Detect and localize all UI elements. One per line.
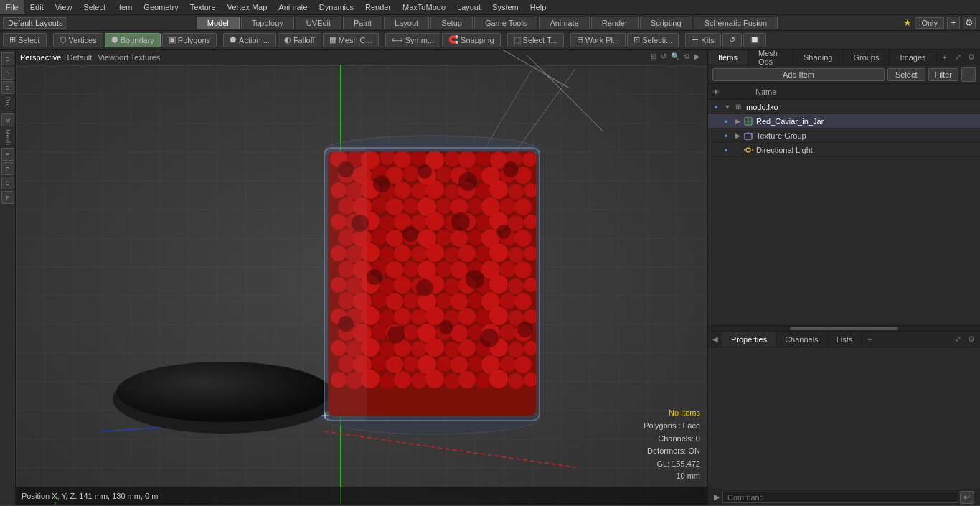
layout-dropdown[interactable]: Default Layouts [3, 17, 67, 29]
sidebar-tool-4[interactable]: M [1, 113, 14, 126]
tool-symm[interactable]: ⟺ Symm... [385, 33, 440, 47]
item-row-directional-light[interactable]: ● ▶ Directional Light [708, 143, 980, 157]
expand-toggle-texture[interactable]: ▶ [732, 132, 743, 139]
viewport[interactable]: Perspective Default Viewport Textures ⊞ … [16, 50, 707, 505]
menu-file[interactable]: File [0, 0, 24, 14]
tool-vertices[interactable]: ⬡ Vertices [53, 33, 103, 47]
add-tab-button[interactable]: + [947, 17, 960, 29]
viewport-content[interactable]: X Y Z No Items Po [16, 65, 707, 505]
rp-expand-btn[interactable]: ⤢ [953, 52, 963, 62]
vp-btn-frame[interactable]: ⊞ [651, 52, 656, 60]
menu-help[interactable]: Help [524, 0, 552, 14]
menu-view[interactable]: View [50, 0, 78, 14]
props-tab-channels[interactable]: Channels [776, 332, 827, 347]
sidebar-tool-3[interactable]: D [1, 81, 14, 94]
command-input[interactable] [722, 492, 958, 503]
props-tab-lists[interactable]: Lists [828, 332, 862, 347]
item-row-modo-lxo[interactable]: ● ▼ ⊞ modo.lxo [708, 100, 980, 114]
svg-point-202 [458, 172, 477, 191]
vis-toggle-light[interactable]: ● [720, 146, 732, 154]
vp-label-textures[interactable]: Viewport Textures [98, 53, 160, 62]
vis-toggle-modo[interactable]: ● [710, 103, 722, 111]
rp-settings-btn[interactable]: ⚙ [966, 52, 977, 62]
vp-btn-zoom[interactable]: 🔍 [671, 52, 679, 60]
vp-btn-more[interactable]: ▶ [694, 52, 700, 60]
tab-uvedit[interactable]: UVEdit [296, 17, 341, 29]
tab-schematic-fusion[interactable]: Schematic Fusion [694, 17, 778, 29]
expand-toggle-modo[interactable]: ▼ [722, 103, 732, 111]
tool-polygons[interactable]: ▣ Polygons [162, 33, 217, 47]
vp-btn-rotate[interactable]: ↺ [661, 52, 666, 60]
sidebar-tool-7[interactable]: C [1, 177, 14, 189]
items-filter-button[interactable]: Filter [928, 68, 958, 81]
tool-view[interactable]: 🔲 [743, 33, 766, 47]
tool-action[interactable]: ⬟ Action ... [223, 33, 276, 47]
rp-tab-groups[interactable]: Groups [843, 50, 890, 65]
expand-toggle-caviar[interactable]: ▶ [732, 118, 743, 125]
tab-setup[interactable]: Setup [430, 17, 473, 29]
add-item-button[interactable]: Add Item [712, 68, 885, 81]
tool-kits[interactable]: ☰ Kits [685, 33, 720, 47]
tool-falloff[interactable]: ◐ Falloff [278, 33, 321, 47]
props-expand-icon[interactable]: ◀ [708, 335, 722, 343]
tool-selecti[interactable]: ⊡ Selecti... [627, 33, 679, 47]
sidebar-tool-1[interactable]: D [1, 52, 14, 65]
props-settings-btn[interactable]: ⚙ [966, 334, 977, 344]
menu-texture[interactable]: Texture [184, 0, 222, 14]
vp-btn-settings[interactable]: ⚙ [684, 52, 690, 60]
rp-add-tab[interactable]: + [937, 53, 953, 62]
tool-boundary[interactable]: ⬢ Boundary [105, 33, 161, 47]
rp-tab-images[interactable]: Images [890, 50, 936, 65]
item-row-texture-group[interactable]: ● ▶ Texture Group [708, 128, 980, 143]
menu-edit[interactable]: Edit [24, 0, 50, 14]
rp-tab-shading[interactable]: Shading [793, 50, 843, 65]
tab-model[interactable]: Model [197, 17, 240, 29]
tab-render[interactable]: Render [591, 17, 639, 29]
cmd-arrow-icon[interactable]: ▶ [714, 492, 720, 502]
expand-toggle-light[interactable]: ▶ [732, 146, 743, 154]
tool-work-pl[interactable]: ⊞ Work Pl... [570, 33, 626, 47]
menu-vertex-map[interactable]: Vertex Map [222, 0, 273, 14]
settings-button[interactable]: ⚙ [963, 17, 976, 29]
sidebar-tool-6[interactable]: P [1, 162, 14, 175]
tab-animate[interactable]: Animate [539, 17, 589, 29]
tab-paint[interactable]: Paint [343, 17, 382, 29]
menu-render[interactable]: Render [359, 0, 397, 14]
sidebar-tool-5[interactable]: E [1, 148, 14, 161]
item-row-red-caviar[interactable]: ● ▶ Red_Caviar_in_Jar [708, 114, 980, 128]
tool-mesh-c[interactable]: ▦ Mesh C... [323, 33, 379, 47]
props-add-tab[interactable]: + [862, 335, 877, 344]
tool-select-t[interactable]: ⬚ Select T... [507, 33, 564, 47]
star-icon[interactable]: ★ [903, 17, 912, 28]
props-expand-btn[interactable]: ⤢ [953, 334, 963, 344]
menu-geometry[interactable]: Geometry [138, 0, 184, 14]
tab-topology[interactable]: Topology [241, 17, 294, 29]
items-select-button[interactable]: Select [887, 68, 925, 81]
rp-tab-mesh-ops[interactable]: Mesh Ops [748, 50, 793, 65]
menu-system[interactable]: System [486, 0, 524, 14]
tool-select[interactable]: ⊞ Select [3, 33, 47, 47]
items-scrollbar[interactable] [708, 325, 980, 331]
cmd-submit-button[interactable]: ↵ [960, 491, 974, 504]
menu-animate[interactable]: Animate [273, 0, 313, 14]
props-tab-properties[interactable]: Properties [722, 332, 776, 347]
vis-toggle-caviar[interactable]: ● [720, 118, 732, 125]
vis-toggle-texture[interactable]: ● [720, 132, 732, 139]
items-minus-button[interactable]: — [961, 67, 976, 82]
sidebar-tool-8[interactable]: F [1, 191, 14, 204]
menu-item[interactable]: Item [111, 0, 138, 14]
tool-rotate[interactable]: ↺ [722, 33, 742, 47]
tool-snapping[interactable]: 🧲 Snapping [442, 33, 501, 47]
tab-scripting[interactable]: Scripting [640, 17, 692, 29]
menu-select[interactable]: Select [77, 0, 111, 14]
tab-game-tools[interactable]: Game Tools [474, 17, 538, 29]
menu-dynamics[interactable]: Dynamics [314, 0, 359, 14]
vp-label-default[interactable]: Default [67, 53, 92, 62]
rp-tab-items[interactable]: Items [708, 50, 748, 65]
sidebar-tool-2[interactable]: D [1, 67, 14, 80]
vp-label-perspective[interactable]: Perspective [20, 53, 61, 62]
menu-maxtomodo[interactable]: MaxToModo [397, 0, 451, 14]
only-button[interactable]: Only [915, 17, 944, 29]
menu-layout[interactable]: Layout [451, 0, 486, 14]
tab-layout[interactable]: Layout [384, 17, 429, 29]
